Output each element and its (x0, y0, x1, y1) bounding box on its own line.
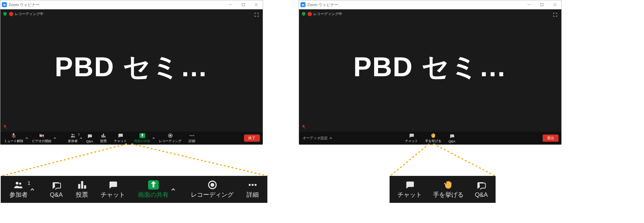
video-area: レコーディング中 PBD セミ… (0, 9, 263, 132)
more-label: 詳細 (247, 191, 259, 199)
chat-label: チャット (101, 191, 125, 199)
attendee-toolbar-callout: チャット 手を挙げる Q&A (390, 176, 496, 203)
zoom-logo-icon (300, 2, 305, 7)
start-video-label: ビデオの開始 (32, 139, 51, 144)
svg-line-29 (433, 144, 495, 176)
svg-rect-33 (81, 181, 83, 189)
unmute-label: ミュート解除 (4, 139, 23, 144)
svg-rect-14 (105, 136, 106, 138)
svg-rect-34 (84, 185, 86, 188)
window-close-button[interactable] (250, 0, 263, 9)
window-maximize-button[interactable] (535, 0, 548, 9)
window-minimize-button[interactable] (224, 0, 237, 9)
chevron-up-icon (329, 137, 332, 140)
participants-button[interactable]: 参加者 1 (64, 133, 81, 144)
svg-rect-32 (78, 184, 80, 189)
fullscreen-icon[interactable] (254, 12, 259, 19)
qa-button[interactable]: Q&A (50, 181, 63, 199)
svg-point-31 (19, 183, 22, 185)
more-button[interactable]: 詳細 (185, 133, 199, 144)
more-button[interactable]: 詳細 (247, 180, 259, 199)
chat-button[interactable]: チャット (401, 133, 422, 144)
svg-line-28 (390, 144, 429, 176)
recording-label: レコーディング中 (313, 12, 342, 17)
attendee-toolbar: オーディオ設定 チャット 手を挙げる Q&A (299, 132, 561, 145)
leave-meeting-button[interactable]: 退出 (543, 135, 558, 142)
speaker-name-label: PBD セミ… (0, 49, 263, 86)
start-video-button[interactable]: ビデオの開始 (28, 133, 55, 144)
svg-point-17 (190, 135, 191, 136)
encryption-shield-icon[interactable] (301, 12, 306, 17)
svg-point-10 (71, 134, 73, 135)
end-meeting-button[interactable]: 終了 (244, 135, 260, 142)
window-close-button[interactable] (548, 0, 561, 9)
share-options-chevron-icon[interactable] (169, 187, 178, 192)
svg-point-38 (252, 184, 254, 186)
share-screen-label: 画面の共有 (138, 191, 169, 199)
unmute-button[interactable]: ミュート解除 (0, 133, 27, 144)
participants-icon (13, 180, 24, 190)
fullscreen-icon[interactable] (553, 12, 558, 19)
window-title: Zoom ウェビナー (9, 2, 40, 8)
chat-button[interactable]: チャット (101, 180, 125, 199)
share-screen-button[interactable]: 画面の共有 (138, 180, 169, 199)
record-button[interactable]: レコーディング (155, 133, 185, 144)
host-toolbar-callout: 参加者 1 Q&A 投票 チャット 画面の共有 (1, 176, 267, 203)
poll-button[interactable]: 投票 (97, 133, 110, 144)
svg-point-11 (73, 134, 74, 135)
svg-rect-20 (302, 4, 303, 5)
record-icon (207, 180, 218, 190)
participants-icon (70, 133, 75, 138)
svg-rect-0 (3, 4, 5, 5)
chat-label: チャット (405, 139, 418, 144)
speaker-name-label: PBD セミ… (299, 49, 561, 86)
chat-icon (107, 180, 118, 190)
audio-settings-button[interactable]: オーディオ設定 (299, 136, 336, 141)
end-meeting-label: 終了 (248, 136, 256, 140)
recording-status: レコーディング中 (301, 12, 342, 17)
chat-icon (118, 133, 123, 138)
qa-button[interactable]: Q&A (445, 133, 459, 143)
qa-label: Q&A (86, 140, 93, 143)
window-titlebar: Zoom ウェビナー (0, 0, 263, 9)
more-icon (189, 133, 195, 138)
share-screen-button[interactable]: 画面の共有 (130, 133, 154, 144)
chat-button[interactable]: チャット (110, 133, 130, 144)
chat-label: チャット (397, 191, 422, 199)
svg-rect-22 (541, 4, 543, 6)
raise-hand-button[interactable]: 手を挙げる (422, 133, 445, 144)
svg-rect-12 (102, 135, 103, 138)
chat-label: チャット (114, 139, 127, 144)
svg-point-30 (16, 182, 18, 185)
share-screen-icon (139, 133, 145, 138)
chat-icon (409, 133, 414, 138)
participants-count: 1 (78, 132, 80, 136)
encryption-shield-icon[interactable] (3, 12, 8, 17)
raise-hand-button[interactable]: 手を挙げる (433, 180, 464, 199)
window-titlebar: Zoom ウェビナー (299, 0, 561, 9)
participants-chevron-icon[interactable] (28, 187, 37, 192)
more-icon (247, 180, 258, 190)
recording-dot-icon (9, 12, 13, 16)
muted-mic-icon (3, 124, 8, 129)
chat-button[interactable]: チャット (397, 180, 422, 199)
window-minimize-button[interactable] (523, 0, 535, 9)
chat-icon (404, 180, 415, 190)
video-area: レコーディング中 PBD セミ… (299, 9, 561, 132)
participants-button[interactable]: 参加者 1 (9, 180, 28, 199)
record-label: レコーディング (191, 191, 234, 199)
record-button[interactable]: レコーディング (191, 180, 234, 199)
qa-button[interactable]: Q&A (83, 133, 97, 143)
qa-icon (51, 181, 62, 191)
qa-icon (87, 133, 92, 139)
poll-button[interactable]: 投票 (76, 180, 88, 199)
qa-button[interactable]: Q&A (475, 181, 488, 199)
participants-label: 参加者 (68, 139, 78, 143)
recording-label: レコーディング中 (15, 12, 43, 17)
svg-line-26 (2, 144, 127, 176)
poll-label: 投票 (76, 191, 88, 199)
window-maximize-button[interactable] (237, 0, 250, 9)
poll-label: 投票 (100, 139, 107, 144)
qa-label: Q&A (50, 191, 63, 199)
qa-label: Q&A (448, 140, 455, 143)
